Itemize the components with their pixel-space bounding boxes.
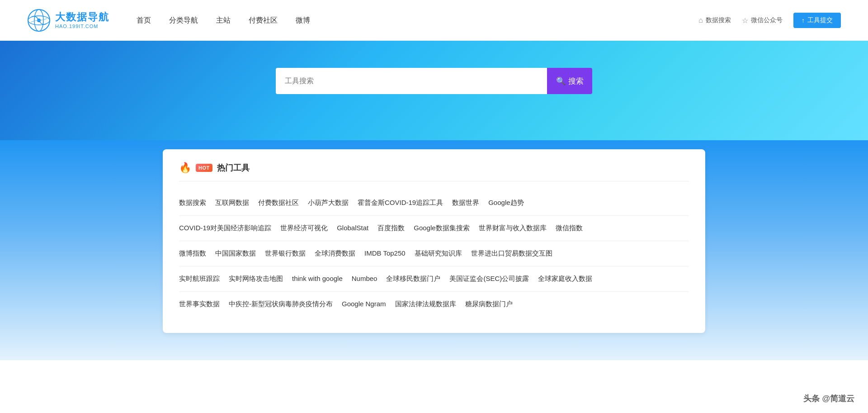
submit-label: 工具提交	[807, 16, 833, 24]
tool-link[interactable]: 全球家庭收入数据	[538, 273, 601, 285]
hero-banner: 🔍 搜索	[0, 41, 868, 140]
tool-link[interactable]: GlobalStat	[337, 222, 377, 234]
main-nav: 首页分类导航主站付费社区微博	[137, 14, 310, 27]
search-button[interactable]: 🔍 搜索	[547, 68, 592, 94]
hot-badge: HOT	[196, 164, 212, 172]
nav-item-付费社区[interactable]: 付费社区	[249, 14, 278, 27]
nav-item-分类导航[interactable]: 分类导航	[169, 14, 198, 27]
upload-icon: ↑	[802, 17, 805, 24]
tool-link[interactable]: 世界财富与收入数据库	[479, 222, 556, 234]
tool-link[interactable]: 互联网数据	[215, 197, 258, 209]
tool-link[interactable]: Google数据集搜索	[414, 222, 478, 234]
tool-link[interactable]: 中疾控-新型冠状病毒肺炎疫情分布	[229, 298, 342, 310]
tools-row-4: 世界事实数据中疾控-新型冠状病毒肺炎疫情分布Google Ngram国家法律法规…	[179, 292, 689, 317]
logo[interactable]: 大数据导航 HAO.199IT.COM	[27, 9, 109, 32]
tool-link[interactable]: IMDB Top250	[364, 247, 415, 260]
nav-item-微博[interactable]: 微博	[296, 14, 310, 27]
nav-item-主站[interactable]: 主站	[216, 14, 231, 27]
logo-cn: 大数据导航	[55, 11, 109, 23]
tool-link[interactable]: Google Ngram	[342, 298, 395, 310]
data-search-label: 数据搜索	[706, 16, 731, 24]
tool-link[interactable]: COVID-19对美国经济影响追踪	[179, 222, 280, 234]
tool-link[interactable]: 中国国家数据	[215, 247, 265, 260]
tool-link[interactable]: 微信指数	[556, 222, 592, 234]
tools-row-1: COVID-19对美国经济影响追踪世界经济可视化GlobalStat百度指数Go…	[179, 216, 689, 241]
nav-item-首页[interactable]: 首页	[137, 14, 151, 27]
tool-link[interactable]: 微博指数	[179, 247, 215, 260]
tool-link[interactable]: Google趋势	[488, 197, 533, 209]
main-content: 🔥 HOT 热门工具 数据搜索互联网数据付费数据社区小葫芦大数据霍普金斯COVI…	[0, 140, 868, 360]
tool-link[interactable]: 世界银行数据	[265, 247, 315, 260]
tool-link[interactable]: Numbeo	[352, 273, 387, 285]
tool-link[interactable]: 世界进出口贸易数据交互图	[471, 247, 561, 260]
logo-text: 大数据导航 HAO.199IT.COM	[55, 11, 109, 29]
wechat-label: 微信公众号	[751, 16, 783, 24]
search-button-label: 搜索	[568, 76, 584, 86]
tool-link[interactable]: 霍普金斯COVID-19追踪工具	[358, 197, 452, 209]
tool-link[interactable]: 基础研究知识库	[415, 247, 471, 260]
data-search-action[interactable]: ⌂ 数据搜索	[698, 16, 731, 24]
tool-link[interactable]: 世界事实数据	[179, 298, 229, 310]
logo-en: HAO.199IT.COM	[55, 24, 109, 29]
search-input[interactable]	[276, 68, 547, 94]
hot-tools-card: 🔥 HOT 热门工具 数据搜索互联网数据付费数据社区小葫芦大数据霍普金斯COVI…	[163, 149, 705, 333]
home-icon: ⌂	[698, 16, 703, 24]
card-header: 🔥 HOT 热门工具	[179, 162, 689, 181]
tool-link[interactable]: 糖尿病数据门户	[465, 298, 522, 310]
tools-grid: 数据搜索互联网数据付费数据社区小葫芦大数据霍普金斯COVID-19追踪工具数据世…	[179, 190, 689, 317]
star-icon: ☆	[742, 16, 748, 25]
tool-link[interactable]: 全球移民数据门户	[386, 273, 449, 285]
tool-link[interactable]: 实时航班跟踪	[179, 273, 229, 285]
tool-link[interactable]: 实时网络攻击地图	[229, 273, 292, 285]
submit-button[interactable]: ↑ 工具提交	[793, 13, 841, 28]
tool-link[interactable]: 小葫芦大数据	[308, 197, 358, 209]
wechat-action[interactable]: ☆ 微信公众号	[742, 16, 783, 25]
tool-link[interactable]: 美国证监会(SEC)公司披露	[449, 273, 538, 285]
search-icon: 🔍	[556, 76, 566, 86]
header: 大数据导航 HAO.199IT.COM 首页分类导航主站付费社区微博 ⌂ 数据搜…	[0, 0, 868, 41]
tool-link[interactable]: 全球消费数据	[315, 247, 364, 260]
tool-link[interactable]: 数据世界	[452, 197, 488, 209]
tool-link[interactable]: 百度指数	[377, 222, 414, 234]
flame-icon: 🔥	[179, 162, 191, 174]
header-right: ⌂ 数据搜索 ☆ 微信公众号 ↑ 工具提交	[698, 13, 841, 28]
tool-link[interactable]: 数据搜索	[179, 197, 215, 209]
card-title: 热门工具	[217, 162, 250, 173]
tools-row-0: 数据搜索互联网数据付费数据社区小葫芦大数据霍普金斯COVID-19追踪工具数据世…	[179, 190, 689, 216]
search-bar: 🔍 搜索	[276, 68, 592, 94]
tool-link[interactable]: think with google	[292, 273, 352, 285]
tool-link[interactable]: 世界经济可视化	[280, 222, 337, 234]
tool-link[interactable]: 国家法律法规数据库	[395, 298, 465, 310]
tool-link[interactable]: 付费数据社区	[258, 197, 308, 209]
tools-row-2: 微博指数中国国家数据世界银行数据全球消费数据IMDB Top250基础研究知识库…	[179, 241, 689, 266]
tools-row-3: 实时航班跟踪实时网络攻击地图think with googleNumbeo全球移…	[179, 266, 689, 292]
logo-icon	[27, 9, 51, 32]
header-left: 大数据导航 HAO.199IT.COM 首页分类导航主站付费社区微博	[27, 9, 310, 32]
